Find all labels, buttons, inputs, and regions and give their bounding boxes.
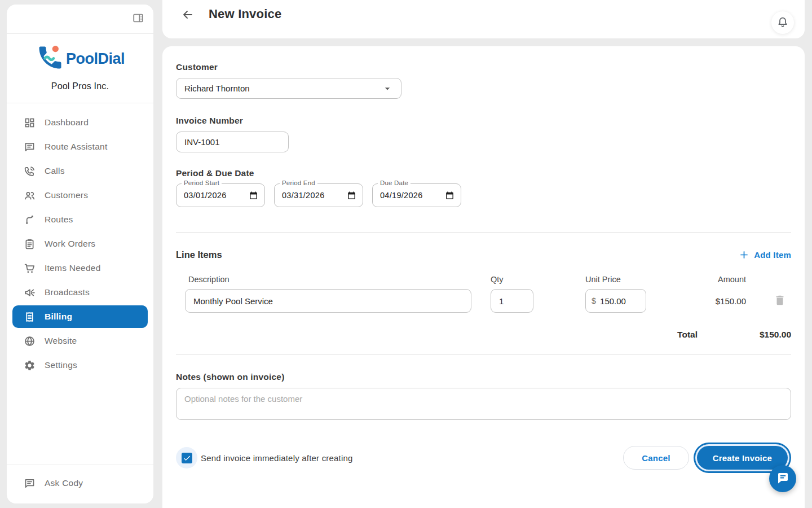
line-items-column-headers: Description Qty Unit Price Amount xyxy=(176,275,791,284)
add-item-label: Add Item xyxy=(754,250,791,260)
line-amount: $150.00 xyxy=(646,296,773,306)
chevron-down-icon xyxy=(382,83,393,94)
ask-cody-label: Ask Cody xyxy=(45,478,83,488)
date-row: Period Start 03/01/2026 Period End 03/31… xyxy=(176,183,791,207)
customer-select[interactable]: Richard Thornton xyxy=(176,78,401,99)
sidebar-item-label: Customers xyxy=(45,190,88,200)
sidebar-item-label: Settings xyxy=(45,360,77,370)
invoice-number-input[interactable] xyxy=(176,132,289,152)
checkbox-checked-icon xyxy=(182,453,192,463)
period-start-input[interactable]: Period Start 03/01/2026 xyxy=(176,183,265,207)
people-icon xyxy=(24,190,36,202)
sidebar-item-label: Billing xyxy=(45,312,72,322)
sidebar-item-dashboard[interactable]: Dashboard xyxy=(12,111,148,134)
line-item-row: $ $150.00 xyxy=(176,289,791,313)
cancel-button[interactable]: Cancel xyxy=(623,446,689,470)
column-qty: Qty xyxy=(491,275,533,284)
sidebar-item-broadcasts[interactable]: Broadcasts xyxy=(12,281,148,304)
delete-line-item-button[interactable] xyxy=(773,294,787,308)
chat-fab-button[interactable] xyxy=(769,465,796,492)
total-label: Total xyxy=(677,330,698,340)
megaphone-icon xyxy=(24,287,36,299)
period-end-input[interactable]: Period End 03/31/2026 xyxy=(274,183,363,207)
calendar-icon[interactable] xyxy=(445,191,454,200)
notifications-button[interactable] xyxy=(771,11,794,34)
page-header: New Invoice xyxy=(162,0,805,38)
section-divider xyxy=(176,232,791,233)
back-arrow-icon xyxy=(181,8,195,23)
sidebar-item-work-orders[interactable]: Work Orders xyxy=(12,233,148,255)
period-end-value: 03/31/2026 xyxy=(282,191,343,200)
period-due-date-label: Period & Due Date xyxy=(176,168,791,178)
qty-input[interactable] xyxy=(491,289,533,313)
sidebar-header xyxy=(7,5,153,34)
column-description: Description xyxy=(185,275,471,284)
due-date-input[interactable]: Due Date 04/19/2026 xyxy=(372,183,461,207)
send-invoice-label: Send invoice immediately after creating xyxy=(201,453,353,463)
pooldial-phone-icon xyxy=(36,43,65,75)
sidebar-item-route-assistant[interactable]: Route Assistant xyxy=(12,135,148,158)
sidebar-item-billing[interactable]: Billing xyxy=(12,305,148,328)
sidebar-item-label: Calls xyxy=(45,166,65,176)
column-unit-price: Unit Price xyxy=(585,275,646,284)
description-input[interactable] xyxy=(185,289,471,313)
unit-price-input[interactable]: $ xyxy=(585,289,646,313)
bell-icon xyxy=(776,16,789,30)
sidebar-item-label: Items Needed xyxy=(45,263,101,273)
due-date-label: Due Date xyxy=(378,179,411,186)
notes-textarea[interactable] xyxy=(176,388,791,420)
period-start-label: Period Start xyxy=(182,179,222,186)
dashboard-icon xyxy=(24,117,36,129)
total-row: Total $150.00 xyxy=(176,330,791,340)
invoice-number-label: Invoice Number xyxy=(176,116,791,126)
gear-icon xyxy=(24,360,36,371)
total-value: $150.00 xyxy=(760,330,791,340)
ask-cody-button[interactable]: Ask Cody xyxy=(12,472,148,494)
customer-select-value: Richard Thornton xyxy=(184,84,382,93)
sidebar-item-items-needed[interactable]: Items Needed xyxy=(12,257,148,279)
chat-bubble-icon xyxy=(24,478,36,489)
send-invoice-checkbox[interactable] xyxy=(176,447,197,468)
sidebar-item-label: Broadcasts xyxy=(45,287,90,297)
sidebar-item-customers[interactable]: Customers xyxy=(12,184,148,207)
customer-label: Customer xyxy=(176,62,791,72)
sidebar-item-label: Dashboard xyxy=(45,117,89,128)
company-name: Pool Pros Inc. xyxy=(12,81,148,91)
add-item-button[interactable]: Add Item xyxy=(739,249,791,260)
new-invoice-form: Customer Richard Thornton Invoice Number… xyxy=(162,46,805,508)
period-end-label: Period End xyxy=(280,179,317,186)
sidebar-nav: Dashboard Route Assistant Calls Customer… xyxy=(7,103,153,465)
trash-icon xyxy=(774,294,786,308)
sidebar-footer: Ask Cody xyxy=(7,465,153,503)
clipboard-icon xyxy=(24,238,36,250)
globe-icon xyxy=(24,335,36,347)
sidebar: PoolDial Pool Pros Inc. Dashboard Route … xyxy=(7,5,153,503)
unit-price-value[interactable] xyxy=(600,296,640,306)
sidebar-item-calls[interactable]: Calls xyxy=(12,160,148,182)
calendar-icon[interactable] xyxy=(347,191,356,200)
cart-icon xyxy=(24,262,36,274)
section-divider xyxy=(176,354,791,355)
sidebar-toggle-button[interactable] xyxy=(132,12,144,26)
create-invoice-button[interactable]: Create Invoice xyxy=(697,446,788,470)
receipt-icon xyxy=(24,311,36,323)
back-button[interactable] xyxy=(180,8,195,23)
sidebar-item-label: Route Assistant xyxy=(45,142,107,152)
sidebar-item-website[interactable]: Website xyxy=(12,330,148,352)
line-items-title: Line Items xyxy=(176,249,222,260)
calendar-icon[interactable] xyxy=(249,191,258,200)
phone-icon xyxy=(24,165,36,177)
sidebar-panel-icon xyxy=(132,12,144,26)
column-amount: Amount xyxy=(646,275,773,284)
page-title: New Invoice xyxy=(209,7,281,21)
sidebar-item-label: Routes xyxy=(45,214,73,225)
sidebar-item-settings[interactable]: Settings xyxy=(12,354,148,376)
sidebar-item-routes[interactable]: Routes xyxy=(12,208,148,231)
route-icon xyxy=(24,214,36,226)
period-start-value: 03/01/2026 xyxy=(184,191,245,200)
currency-prefix: $ xyxy=(592,296,596,305)
sidebar-item-label: Work Orders xyxy=(45,239,95,249)
sidebar-item-label: Website xyxy=(45,336,77,346)
due-date-value: 04/19/2026 xyxy=(380,191,442,200)
plus-icon xyxy=(739,249,749,260)
